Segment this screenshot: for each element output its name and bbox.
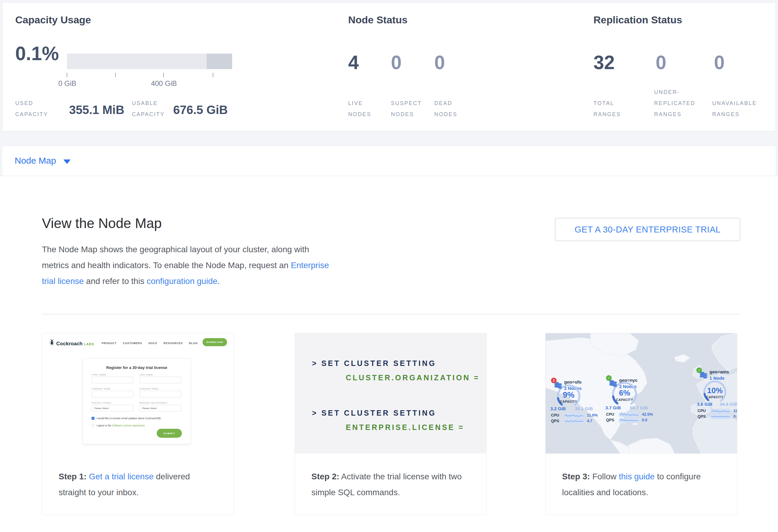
license-agreement-checkbox-row: I agree to the Software License Agreemen…: [91, 424, 145, 427]
nav-item-product: PRODUCT: [102, 342, 116, 345]
step2-caption: Step 2: Activate the trial license with …: [295, 454, 486, 515]
node-map-description: The Node Map shows the geographical layo…: [42, 241, 330, 289]
live-nodes-value: 4: [348, 53, 359, 72]
sql-line-1: > SET CLUSTER SETTING: [312, 359, 436, 368]
suspect-nodes-label: SUSPECTNODES: [391, 98, 422, 120]
step1-caption: Step 1: Get a trial license delivered st…: [42, 454, 234, 515]
cpu-row: CPU 11.0%: [551, 413, 596, 418]
under-replicated-ranges-value: 0: [656, 53, 667, 72]
usable-capacity-value: 676.5 GiB: [173, 103, 228, 117]
step1-label: Step 1:: [59, 472, 86, 481]
capacity-used: 3.7 GiB: [605, 405, 621, 410]
cockroach-logo-icon: [49, 339, 55, 345]
get-trial-license-link[interactable]: Get a trial license: [89, 472, 153, 481]
cpu-sparkline: [711, 409, 730, 413]
submit-button: SUBMIT: [157, 429, 182, 438]
capacity-total: 34.4 GiB: [720, 401, 737, 407]
company-email-label: COMPANY EMAIL: [139, 388, 159, 390]
company-email-field: [139, 391, 181, 397]
configuration-guide-link[interactable]: configuration guide: [147, 277, 218, 286]
cpu-sparkline: [619, 412, 639, 417]
step3-card: 1 geo=sfo 2 Nodes 9% CAPACITY 3.2: [545, 333, 737, 515]
this-guide-link[interactable]: this guide: [619, 472, 655, 481]
first-name-label: FIRST NAME: [91, 374, 106, 376]
dead-nodes-value: 0: [434, 53, 445, 72]
nav-item-customers: CUSTOMERS: [123, 342, 142, 345]
node-map-dropdown-label: Node Map: [15, 156, 56, 166]
sql-code-block: > SET CLUSTER SETTING CLUSTER.ORGANIZATI…: [295, 333, 486, 454]
capacity-total: 35.1 GiB: [575, 406, 593, 411]
replication-status-title: Replication Status: [594, 14, 682, 26]
suspect-nodes-value: 0: [391, 53, 402, 72]
healthy-badge-icon: ✓: [696, 367, 702, 373]
healthy-badge-icon: ✓: [606, 375, 612, 381]
nav-item-docs: DOCS: [148, 342, 157, 345]
reason-for-interest-label: REASON FOR INTEREST: [139, 402, 167, 404]
capacity-tick: [163, 73, 164, 77]
download-button: DOWNLOAD: [203, 338, 227, 346]
capacity-percent: 0.1%: [15, 44, 59, 63]
brand-suffix: LABS: [84, 342, 94, 346]
last-name-field: [139, 377, 181, 383]
qps-sparkline: [619, 418, 639, 423]
node-map-enable-section: View the Node Map The Node Map shows the…: [0, 176, 778, 532]
email-updates-checkbox-label: I would like to receive email updates ab…: [96, 417, 161, 420]
capacity-used: 3.2 GiB: [550, 406, 566, 411]
capacity-tick-label-0: 0 GiB: [58, 79, 76, 88]
step2-thumbnail: > SET CLUSTER SETTING CLUSTER.ORGANIZATI…: [295, 333, 486, 454]
locality-sfo: 1 geo=sfo 2 Nodes 9% CAPACITY 3.2: [549, 375, 594, 426]
node-status-title: Node Status: [348, 14, 407, 26]
description-text: The Node Map shows the geographical layo…: [42, 245, 309, 270]
capacity-used: 3.6 GiB: [697, 401, 712, 407]
qps-row: QPS 0.0: [698, 414, 737, 419]
capacity-bar: [67, 54, 232, 69]
checkbox-empty-icon: [91, 424, 94, 427]
capacity-usage-title: Capacity Usage: [15, 14, 91, 26]
nav-item-blog: BLOG: [189, 342, 198, 345]
mini-site-header: Cockroach LABS PRODUCT CUSTOMERS DOCS RE…: [42, 333, 234, 352]
step3-caption: Step 3: Follow this guide to configure l…: [546, 454, 737, 515]
cpu-row: CPU 12.3%: [698, 408, 737, 413]
total-ranges-label: TOTALRANGES: [594, 98, 621, 120]
step3-label: Step 3:: [562, 472, 590, 481]
section-divider: [42, 314, 740, 314]
step2-label: Step 2:: [311, 472, 339, 481]
reason-for-interest-select: Please Select: [139, 405, 181, 411]
sql-line-2: CLUSTER.ORGANIZATION =: [346, 373, 480, 382]
email-updates-checkbox-row: ✓ I would like to receive email updates …: [91, 417, 161, 420]
locality-name: geo=ams: [709, 369, 729, 374]
locality-ams: ✓ geo=ams 1 Node 10% CAPACITY 3.6: [695, 366, 737, 416]
qps-row: QPS 4.7: [551, 419, 596, 424]
brand-name: Cockroach: [56, 341, 83, 347]
cockroach-labs-logo: Cockroach LABS: [49, 339, 94, 347]
nav-item-resources: RESOURCES: [164, 342, 183, 345]
total-ranges-value: 32: [594, 53, 615, 72]
form-title: Register for a 30-day trial license: [83, 365, 190, 370]
usable-capacity-label: USABLECAPACITY: [132, 98, 164, 120]
sql-line-3: > SET CLUSTER SETTING: [312, 409, 436, 417]
license-agreement-checkbox-label: I agree to the Software License Agreemen…: [96, 424, 145, 427]
cpu-sparkline: [564, 413, 584, 418]
software-license-agreement-link: Software License Agreement.: [112, 424, 145, 427]
last-name-label: LAST NAME: [139, 374, 153, 376]
description-text: and refer to this: [84, 277, 147, 286]
dead-nodes-label: DEADNODES: [434, 98, 457, 120]
qps-row: QPS 0.0: [606, 418, 651, 423]
project-phase-select: Please Select: [91, 405, 134, 411]
unavailable-ranges-label: UNAVAILABLERANGES: [712, 98, 757, 120]
live-nodes-label: LIVENODES: [348, 98, 371, 120]
company-name-label: COMPANY NAME: [91, 388, 111, 390]
get-enterprise-trial-button[interactable]: GET A 30-DAY ENTERPRISE TRIAL: [555, 218, 740, 241]
trial-license-form: Register for a 30-day trial license FIRS…: [83, 359, 190, 444]
locality-nyc: ✓ geo=nyc 2 Nodes 6% CAPACITY 3.7: [603, 373, 647, 424]
capacity-total: 65.7 GiB: [630, 405, 648, 410]
qps-sparkline: [711, 414, 730, 419]
used-capacity-value: 355.1 MiB: [69, 103, 125, 117]
page-title: View the Node Map: [42, 215, 162, 231]
used-capacity-label: USEDCAPACITY: [15, 98, 48, 120]
chevron-down-icon: [63, 159, 71, 164]
step2-card: > SET CLUSTER SETTING CLUSTER.ORGANIZATI…: [295, 333, 487, 515]
company-name-field: [91, 391, 134, 397]
node-map-dropdown[interactable]: Node Map: [2, 146, 776, 176]
qps-sparkline: [564, 419, 584, 424]
